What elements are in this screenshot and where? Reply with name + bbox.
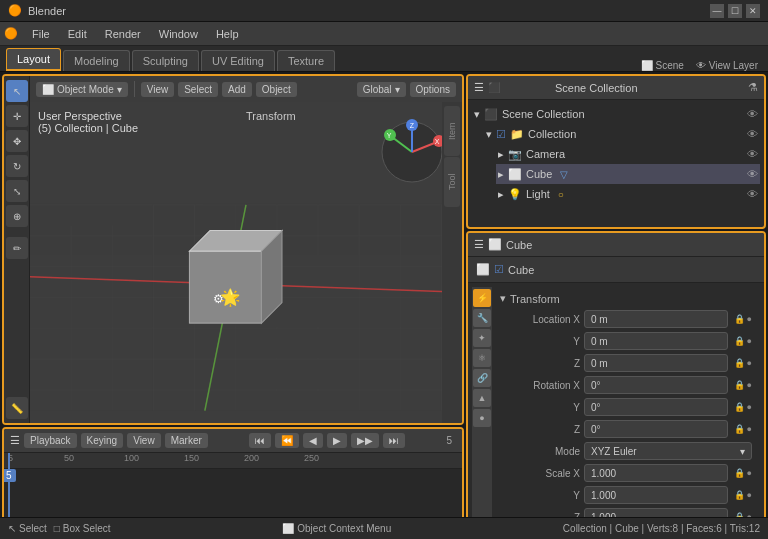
tool-move[interactable]: ✥ xyxy=(6,130,28,152)
tool-scale[interactable]: ⤡ xyxy=(6,180,28,202)
camera-visibility[interactable]: 👁 xyxy=(747,148,758,160)
menu-help[interactable]: Help xyxy=(208,26,247,42)
tool-select[interactable]: ↖ xyxy=(6,80,28,102)
outliner: ☰ ⬛ Scene Collection ⚗ ▾ ⬛ Scene Collect… xyxy=(466,74,766,229)
play-prev[interactable]: ◀ xyxy=(303,433,323,448)
object-menu[interactable]: Object xyxy=(256,82,297,97)
tool-annotate[interactable]: ✏ xyxy=(6,237,28,259)
tab-texture[interactable]: Texture xyxy=(277,50,335,71)
tab-modeling[interactable]: Modeling xyxy=(63,50,130,71)
tool-rotate[interactable]: ↻ xyxy=(6,155,28,177)
outliner-row-camera[interactable]: ▸ 📷 Camera 👁 xyxy=(496,144,760,164)
scale-x-anim[interactable]: ● xyxy=(747,468,752,478)
tool-tab[interactable]: Tool xyxy=(444,157,460,207)
menu-window[interactable]: Window xyxy=(151,26,206,42)
rot-z-lock[interactable]: 🔒 xyxy=(734,424,745,434)
loc-y-lock[interactable]: 🔒 xyxy=(734,336,745,346)
loc-z-field[interactable]: 0 m xyxy=(584,354,728,372)
ps-icon-modifier[interactable]: 🔧 xyxy=(473,309,491,327)
ps-icon-constraints[interactable]: 🔗 xyxy=(473,369,491,387)
rot-y-anim[interactable]: ● xyxy=(747,402,752,412)
collection-checkbox[interactable]: ☑ xyxy=(496,128,506,141)
ps-icon-particles[interactable]: ✦ xyxy=(473,329,491,347)
tab-layout[interactable]: Layout xyxy=(6,48,61,71)
ps-icon-data[interactable]: ▲ xyxy=(473,389,491,407)
sub-checkbox[interactable]: ☑ xyxy=(494,263,504,276)
mode-dropdown-arrow: ▾ xyxy=(740,446,745,457)
mode-select[interactable]: XYZ Euler ▾ xyxy=(584,442,752,460)
light-label: Light xyxy=(526,188,550,200)
close-button[interactable]: ✕ xyxy=(746,4,760,18)
frame-mark-50: 50 xyxy=(64,453,74,463)
play-pause[interactable]: ▶ xyxy=(327,433,347,448)
scale-x-field[interactable]: 1.000 xyxy=(584,464,728,482)
rot-z-field[interactable]: 0° xyxy=(584,420,728,438)
outliner-row-scene[interactable]: ▾ ⬛ Scene Collection 👁 xyxy=(472,104,760,124)
select-menu[interactable]: Select xyxy=(178,82,218,97)
context-icon: ⬜ xyxy=(282,523,294,534)
loc-x-field[interactable]: 0 m xyxy=(584,310,728,328)
outliner-filter[interactable]: ⚗ xyxy=(748,81,758,94)
scale-y-field[interactable]: 1.000 xyxy=(584,486,728,504)
rot-x-field[interactable]: 0° xyxy=(584,376,728,394)
transform-section-header[interactable]: ▾ Transform xyxy=(496,289,756,308)
scene-visibility[interactable]: 👁 xyxy=(747,108,758,120)
tool-transform[interactable]: ⊕ xyxy=(6,205,28,227)
scene-arrow: ▾ xyxy=(474,108,480,121)
light-visibility[interactable]: 👁 xyxy=(747,188,758,200)
view-menu-tl[interactable]: View xyxy=(127,433,161,448)
rot-y-field[interactable]: 0° xyxy=(584,398,728,416)
scale-y-lock[interactable]: 🔒 xyxy=(734,490,745,500)
viewport-3d[interactable]: ⚙ 🌟 User Perspective (5) Collection | Cu… xyxy=(30,102,462,423)
marker-menu[interactable]: Marker xyxy=(165,433,208,448)
svg-text:X: X xyxy=(435,138,440,145)
camera-icon: 📷 xyxy=(508,148,522,161)
scale-x-lock[interactable]: 🔒 xyxy=(734,468,745,478)
ps-icon-material[interactable]: ● xyxy=(473,409,491,427)
loc-z-anim[interactable]: ● xyxy=(747,358,752,368)
outliner-row-light[interactable]: ▸ 💡 Light ○ 👁 xyxy=(496,184,760,204)
minimize-button[interactable]: — xyxy=(710,4,724,18)
add-menu[interactable]: Add xyxy=(222,82,252,97)
right-area: ☰ ⬛ Scene Collection ⚗ ▾ ⬛ Scene Collect… xyxy=(466,72,768,539)
play-prev-key[interactable]: ⏪ xyxy=(275,433,299,448)
item-tab[interactable]: Item xyxy=(444,106,460,156)
collection-visibility[interactable]: 👁 xyxy=(747,128,758,140)
rot-x-lock[interactable]: 🔒 xyxy=(734,380,745,390)
tool-measure[interactable]: 📏 xyxy=(6,397,28,419)
rot-y-lock[interactable]: 🔒 xyxy=(734,402,745,412)
loc-x-anim[interactable]: ● xyxy=(747,314,752,324)
ps-icon-object[interactable]: ⚡ xyxy=(473,289,491,307)
maximize-button[interactable]: ☐ xyxy=(728,4,742,18)
loc-z-lock[interactable]: 🔒 xyxy=(734,358,745,368)
loc-y-field[interactable]: 0 m xyxy=(584,332,728,350)
loc-y-anim[interactable]: ● xyxy=(747,336,752,346)
outliner-row-collection[interactable]: ▾ ☑ 📁 Collection 👁 xyxy=(484,124,760,144)
statusbar: ↖ Select □ Box Select ⬜ Object Context M… xyxy=(0,517,768,539)
camera-arrow: ▸ xyxy=(498,148,504,161)
tab-sculpting[interactable]: Sculpting xyxy=(132,50,199,71)
scale-y-anim[interactable]: ● xyxy=(747,490,752,500)
menu-edit[interactable]: Edit xyxy=(60,26,95,42)
menu-file[interactable]: File xyxy=(24,26,58,42)
object-mode-dropdown[interactable]: ⬜ Object Mode ▾ xyxy=(36,82,128,97)
cube-visibility[interactable]: 👁 xyxy=(747,168,758,180)
keying-menu[interactable]: Keying xyxy=(81,433,124,448)
play-next[interactable]: ▶▶ xyxy=(351,433,379,448)
view-menu[interactable]: View xyxy=(141,82,175,97)
tab-uv-editing[interactable]: UV Editing xyxy=(201,50,275,71)
viewport-header: ⬜ Object Mode ▾ View Select Add Object G… xyxy=(30,76,462,102)
rot-x-anim[interactable]: ● xyxy=(747,380,752,390)
transform-title: Transform xyxy=(510,293,560,305)
playback-menu[interactable]: Playback xyxy=(24,433,77,448)
outliner-row-cube[interactable]: ▸ ⬜ Cube ▽ 👁 xyxy=(496,164,760,184)
loc-x-lock[interactable]: 🔒 xyxy=(734,314,745,324)
global-dropdown[interactable]: Global▾ xyxy=(357,82,406,97)
viewport-options[interactable]: Options xyxy=(410,82,456,97)
menu-render[interactable]: Render xyxy=(97,26,149,42)
rot-z-anim[interactable]: ● xyxy=(747,424,752,434)
play-last[interactable]: ⏭ xyxy=(383,433,405,448)
play-first[interactable]: ⏮ xyxy=(249,433,271,448)
tool-cursor[interactable]: ✛ xyxy=(6,105,28,127)
ps-icon-physics[interactable]: ⚛ xyxy=(473,349,491,367)
